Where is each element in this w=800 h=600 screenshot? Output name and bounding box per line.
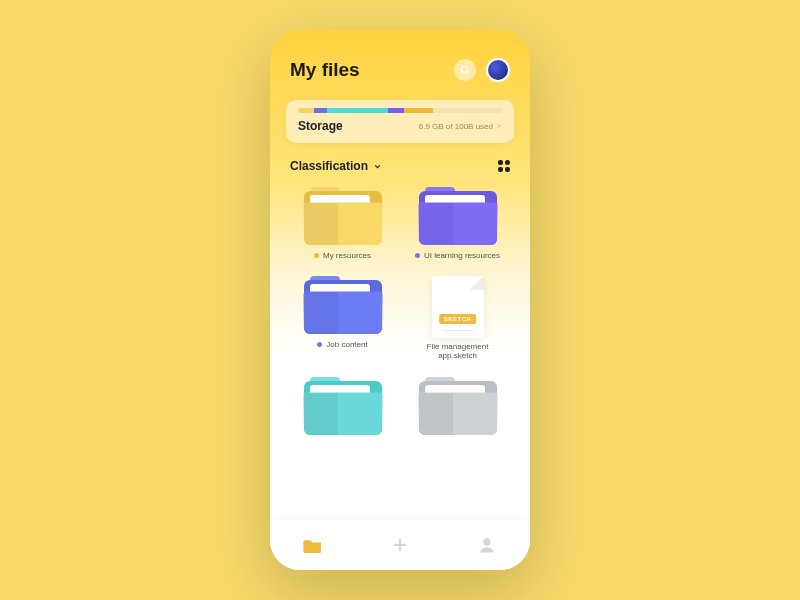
classification-row: Classification xyxy=(270,157,530,183)
header: My files xyxy=(270,30,530,94)
search-icon xyxy=(460,65,471,76)
folder-item[interactable]: My resources xyxy=(294,187,391,260)
storage-segment xyxy=(404,108,433,113)
file-label: File management app.sketch xyxy=(423,342,493,360)
folder-item[interactable]: UI learning resources xyxy=(409,187,506,260)
color-dot xyxy=(317,342,322,347)
tab-files[interactable] xyxy=(302,534,324,556)
color-dot xyxy=(314,253,319,258)
avatar[interactable] xyxy=(486,58,510,82)
storage-segment xyxy=(298,108,314,113)
folder-label: My resources xyxy=(314,251,371,260)
file-icon: SKETCH xyxy=(432,276,484,338)
file-badge: SKETCH xyxy=(439,314,477,324)
folder-label: Job content xyxy=(317,340,367,349)
file-grid: My resourcesUI learning resourcesJob con… xyxy=(270,183,530,441)
view-toggle-button[interactable] xyxy=(498,160,510,172)
folder-item[interactable] xyxy=(294,377,391,441)
storage-usage-text: 6.9 GB of 100B used xyxy=(419,122,493,131)
plus-icon xyxy=(391,536,409,554)
classification-dropdown[interactable]: Classification xyxy=(290,159,382,173)
user-icon xyxy=(478,536,496,554)
folder-icon xyxy=(303,537,323,553)
header-actions xyxy=(454,58,510,82)
phone-frame: My files Storage 6.9 GB of 100B used Cla… xyxy=(270,30,530,570)
svg-point-4 xyxy=(483,538,491,546)
folder-label: UI learning resources xyxy=(415,251,500,260)
grid-icon xyxy=(498,160,503,165)
folder-icon xyxy=(304,187,382,245)
svg-line-1 xyxy=(466,71,468,73)
tab-add[interactable] xyxy=(389,534,411,556)
storage-card[interactable]: Storage 6.9 GB of 100B used xyxy=(286,100,514,143)
folder-name: UI learning resources xyxy=(424,251,500,260)
page-title: My files xyxy=(290,59,360,81)
storage-segment xyxy=(388,108,404,113)
color-dot xyxy=(415,253,420,258)
file-item[interactable]: SKETCHFile management app.sketch xyxy=(409,276,506,360)
storage-bar xyxy=(298,108,502,113)
folder-item[interactable] xyxy=(409,377,506,441)
svg-point-0 xyxy=(461,66,467,72)
classification-label: Classification xyxy=(290,159,368,173)
file-name: File management app.sketch xyxy=(423,342,493,360)
folder-item[interactable]: Job content xyxy=(294,276,391,360)
storage-segment xyxy=(327,108,388,113)
folder-name: Job content xyxy=(326,340,367,349)
storage-usage: 6.9 GB of 100B used xyxy=(419,122,502,131)
folder-icon xyxy=(304,276,382,334)
storage-label: Storage xyxy=(298,119,343,133)
folder-name: My resources xyxy=(323,251,371,260)
storage-row: Storage 6.9 GB of 100B used xyxy=(298,119,502,133)
folder-icon xyxy=(419,187,497,245)
folder-icon xyxy=(304,377,382,435)
tab-profile[interactable] xyxy=(476,534,498,556)
tabbar xyxy=(270,520,530,570)
storage-segment xyxy=(314,108,326,113)
search-button[interactable] xyxy=(454,59,476,81)
chevron-down-icon xyxy=(373,162,382,171)
chevron-right-icon xyxy=(496,123,502,129)
folder-icon xyxy=(419,377,497,435)
